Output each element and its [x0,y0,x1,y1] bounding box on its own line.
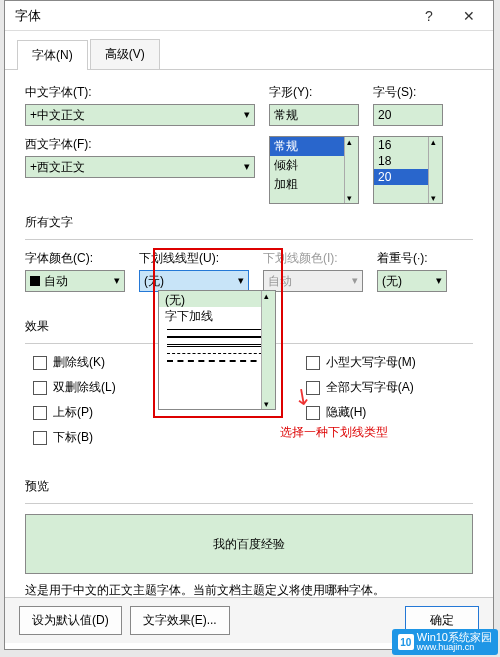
en-font-select[interactable]: +西文正文 [25,156,255,178]
underline-style-dropdown[interactable]: (无) 字下加线 [158,290,276,410]
size-label: 字号(S): [373,84,443,101]
size-input[interactable]: 20 [373,104,443,126]
underline-opt-words[interactable]: 字下加线 [159,307,275,323]
scrollbar[interactable] [428,137,442,203]
underline-opt-thick[interactable] [167,336,267,338]
cn-font-select[interactable]: +中文正文 [25,104,255,126]
preview-box: 我的百度经验 [25,514,473,574]
preview-label: 预览 [25,478,473,495]
underline-color-select: 自动 [263,270,363,292]
en-font-label: 西文字体(F): [25,136,255,153]
strikethrough-checkbox[interactable]: 删除线(K) [33,354,116,371]
scrollbar[interactable] [344,137,358,203]
set-default-button[interactable]: 设为默认值(D) [19,606,122,635]
text-effects-button[interactable]: 文字效果(E)... [130,606,230,635]
underline-style-label: 下划线线型(U): [139,250,249,267]
small-caps-checkbox[interactable]: 小型大写字母(M) [306,354,416,371]
all-text-label: 所有文字 [25,214,473,231]
underline-opt-none[interactable]: (无) [159,291,275,307]
superscript-checkbox[interactable]: 上标(P) [33,404,116,421]
underline-style-select[interactable]: (无) [139,270,249,292]
size-listbox[interactable]: 16 18 20 [373,136,443,204]
watermark-badge: 10 [398,634,414,650]
annotation-text: 选择一种下划线类型 [280,424,388,441]
underline-opt-single[interactable] [167,329,267,330]
font-color-label: 字体颜色(C): [25,250,125,267]
tab-bar: 字体(N) 高级(V) [5,31,493,70]
dialog-title: 字体 [15,7,409,25]
subscript-checkbox[interactable]: 下标(B) [33,429,116,446]
underline-opt-double[interactable] [167,344,267,347]
all-caps-checkbox[interactable]: 全部大写字母(A) [306,379,416,396]
double-strike-checkbox[interactable]: 双删除线(L) [33,379,116,396]
tab-font[interactable]: 字体(N) [17,40,88,70]
cn-font-label: 中文字体(T): [25,84,255,101]
emphasis-label: 着重号(·): [377,250,447,267]
close-button[interactable]: ✕ [449,2,489,30]
underline-opt-dashed-thick[interactable] [167,360,267,362]
underline-color-label: 下划线颜色(I): [263,250,363,267]
scrollbar[interactable] [261,291,275,409]
style-listbox[interactable]: 常规 倾斜 加粗 [269,136,359,204]
titlebar: 字体 ? ✕ [5,1,493,31]
watermark: 10 Win10系统家园 www.huajin.cn [392,629,498,655]
help-button[interactable]: ? [409,2,449,30]
underline-opt-dashed[interactable] [167,353,267,354]
style-label: 字形(Y): [269,84,359,101]
style-input[interactable]: 常规 [269,104,359,126]
emphasis-select[interactable]: (无) [377,270,447,292]
hidden-checkbox[interactable]: 隐藏(H) [306,404,416,421]
font-color-select[interactable]: 自动 [25,270,125,292]
tab-advanced[interactable]: 高级(V) [90,39,160,69]
